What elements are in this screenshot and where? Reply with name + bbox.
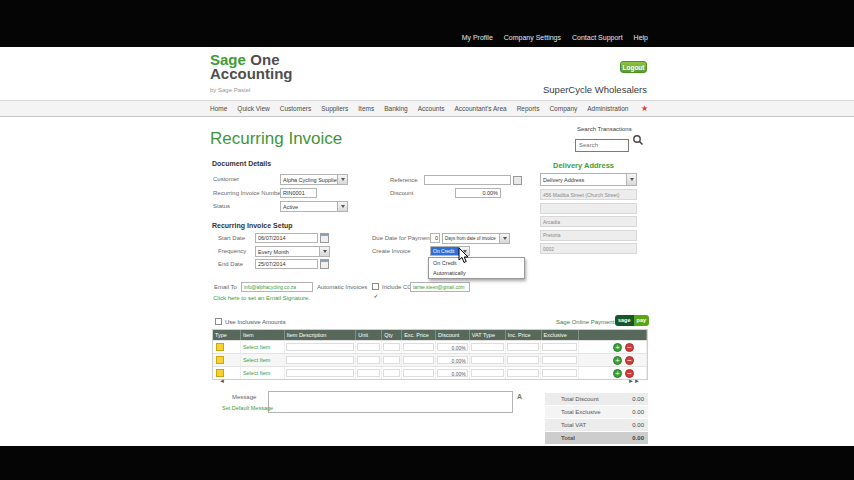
search-icon[interactable] xyxy=(632,134,644,146)
recurring-invoice-number-input[interactable] xyxy=(280,188,317,198)
topbar-link-help[interactable]: Help xyxy=(634,34,648,41)
nav-item-accountant-s-area[interactable]: Accountant's Area xyxy=(454,105,506,112)
grid-cell-input[interactable] xyxy=(471,356,504,364)
topbar-link-contact-support[interactable]: Contact Support xyxy=(572,34,623,41)
document-details-title: Document Details xyxy=(212,160,271,167)
grid-cell-input[interactable] xyxy=(471,369,504,377)
grid-cell xyxy=(541,354,579,366)
next-page-icon[interactable]: ►► xyxy=(628,378,640,384)
select-item-link[interactable]: Select Item xyxy=(243,357,271,363)
delivery-address-line[interactable] xyxy=(540,203,637,214)
grid-cell-input[interactable] xyxy=(383,369,400,377)
end-date-input[interactable] xyxy=(255,259,318,269)
favorite-star-icon[interactable]: ★ xyxy=(641,104,648,113)
reference-input[interactable] xyxy=(424,175,511,185)
create-invoice-option[interactable]: On Credit xyxy=(429,258,524,268)
grid-cell-input[interactable] xyxy=(507,369,540,377)
topbar-link-company-settings[interactable]: Company Settings xyxy=(504,34,561,41)
delivery-address-select[interactable]: Delivery Address xyxy=(540,173,637,186)
select-item-link[interactable]: Select Item xyxy=(243,370,271,376)
add-row-button[interactable]: + xyxy=(613,369,622,378)
grid-cell-input[interactable] xyxy=(286,356,355,364)
customer-select[interactable]: Alpha Cycling Supplies xyxy=(280,174,348,185)
delivery-address-line[interactable]: 456 Madiba Street (Church Street) xyxy=(540,189,637,200)
grid-cell-input[interactable] xyxy=(542,343,577,351)
nav-item-banking[interactable]: Banking xyxy=(384,105,408,112)
set-default-message-link[interactable]: Set Default Message xyxy=(222,405,273,411)
email-signature-link[interactable]: Click here to set an Email Signature. xyxy=(213,295,310,301)
discount-cell-input[interactable]: 0.00% xyxy=(437,343,468,351)
sage-pay-right: pay xyxy=(634,315,649,326)
remove-row-button[interactable]: − xyxy=(625,356,634,365)
nav-item-company[interactable]: Company xyxy=(549,105,577,112)
topbar-link-my-profile[interactable]: My Profile xyxy=(462,34,493,41)
delivery-address-line[interactable]: Arcadia xyxy=(540,216,637,227)
frequency-select[interactable]: Every Month xyxy=(255,246,330,257)
select-item-link[interactable]: Select Item xyxy=(243,344,271,350)
sage-pay-button[interactable]: sage pay xyxy=(615,315,649,326)
grid-cell-input[interactable] xyxy=(507,356,540,364)
due-unit-value: Days from date of invoice xyxy=(443,234,499,243)
message-textarea[interactable] xyxy=(268,391,513,413)
create-invoice-label: Create Invoice xyxy=(372,248,411,254)
grid-cell-input[interactable] xyxy=(507,343,540,351)
discount-input[interactable] xyxy=(455,188,501,198)
grid-cell-input[interactable] xyxy=(357,356,380,364)
add-row-button[interactable]: + xyxy=(613,356,622,365)
grid-cell-input[interactable] xyxy=(383,356,400,364)
create-invoice-option[interactable]: Automatically xyxy=(429,268,524,278)
font-size-icon[interactable]: A xyxy=(517,393,522,400)
email-to-input[interactable] xyxy=(241,282,313,292)
nav-item-items[interactable]: Items xyxy=(358,105,374,112)
grid-header-cell: Item xyxy=(241,330,285,340)
calendar-icon[interactable] xyxy=(320,233,329,243)
calendar-icon[interactable] xyxy=(320,259,329,269)
automatic-invoices-label: Automatic Invoices xyxy=(317,284,367,290)
item-type-icon[interactable] xyxy=(216,343,224,351)
grid-cell-input[interactable] xyxy=(286,369,355,377)
grid-cell-input[interactable] xyxy=(383,343,400,351)
prev-page-icon[interactable]: ◄ xyxy=(219,378,225,384)
grid-cell-input[interactable] xyxy=(542,356,577,364)
nav-item-suppliers[interactable]: Suppliers xyxy=(321,105,348,112)
automatic-invoices-checkbox[interactable] xyxy=(372,283,379,290)
logo-tagline: by Sage Pastel xyxy=(210,83,293,97)
discount-cell-input[interactable]: 0.00% xyxy=(437,369,468,377)
grid-cell-input[interactable] xyxy=(357,343,380,351)
grid-cell-input[interactable] xyxy=(286,343,355,351)
grid-cell xyxy=(285,354,357,366)
due-days-input[interactable] xyxy=(430,233,440,243)
nav-item-home[interactable]: Home xyxy=(210,105,227,112)
start-date-input[interactable] xyxy=(255,233,318,243)
grid-cell xyxy=(356,367,382,379)
grid-header-cell: Discount xyxy=(436,330,470,340)
reference-lookup-icon[interactable] xyxy=(513,176,522,185)
nav-item-quick-view[interactable]: Quick View xyxy=(237,105,269,112)
cc-email-input[interactable] xyxy=(410,282,470,292)
grid-cell-input[interactable] xyxy=(403,369,434,377)
use-inclusive-checkbox[interactable] xyxy=(215,318,222,325)
delivery-address-line[interactable]: Pretoria xyxy=(540,230,637,241)
nav-item-administration[interactable]: Administration xyxy=(587,105,628,112)
grid-cell-input[interactable] xyxy=(471,343,504,351)
grid-cell-input[interactable] xyxy=(542,369,577,377)
remove-row-button[interactable]: − xyxy=(625,369,634,378)
nav-item-reports[interactable]: Reports xyxy=(517,105,540,112)
search-input[interactable] xyxy=(575,139,629,152)
logout-button[interactable]: Logout xyxy=(620,61,647,73)
item-type-icon[interactable] xyxy=(216,369,224,377)
add-row-button[interactable]: + xyxy=(613,343,622,352)
grid-cell-input[interactable] xyxy=(357,369,380,377)
due-unit-select[interactable]: Days from date of invoice xyxy=(442,233,510,244)
remove-row-button[interactable]: − xyxy=(625,343,634,352)
status-select[interactable]: Active xyxy=(280,201,348,212)
delivery-address-line[interactable]: 0002 xyxy=(540,243,637,254)
item-type-icon[interactable] xyxy=(216,356,224,364)
grid-cell-input[interactable] xyxy=(403,356,434,364)
grid-cell-input[interactable] xyxy=(403,343,434,351)
grid-cell xyxy=(402,367,436,379)
nav-item-customers[interactable]: Customers xyxy=(280,105,311,112)
discount-cell-input[interactable]: 0.00% xyxy=(437,356,468,364)
nav-item-accounts[interactable]: Accounts xyxy=(418,105,445,112)
create-invoice-select[interactable]: On Credit xyxy=(430,246,470,256)
